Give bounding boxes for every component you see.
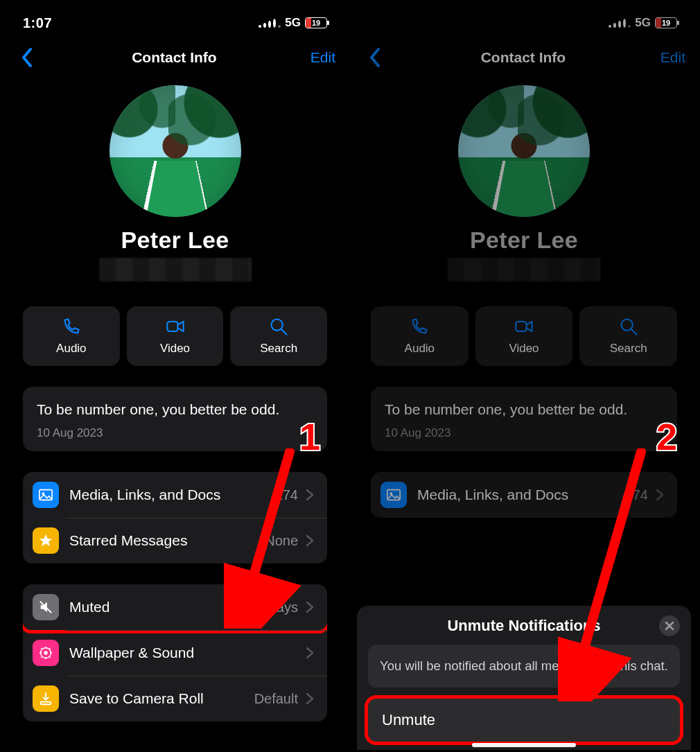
star-icon xyxy=(33,527,59,554)
action-row: Audio Video Search xyxy=(2,286,348,366)
contact-name: Peter Lee xyxy=(350,227,698,254)
avatar[interactable] xyxy=(110,85,241,217)
chevron-left-icon xyxy=(368,47,380,68)
page-title: Contact Info xyxy=(132,49,216,66)
network-type: 5G xyxy=(285,16,301,30)
nav-header: Contact Info Edit xyxy=(2,40,348,76)
edit-button[interactable]: Edit xyxy=(310,49,335,66)
search-button[interactable]: Search xyxy=(579,306,677,366)
chevron-right-icon xyxy=(305,692,317,705)
search-icon xyxy=(269,317,288,336)
unmute-button[interactable]: Unmute xyxy=(368,699,680,742)
battery-icon: 19 xyxy=(305,17,327,28)
battery-pct: 19 xyxy=(306,19,326,27)
row-save-camera-roll[interactable]: Save to Camera Roll Default xyxy=(23,676,327,722)
about-card[interactable]: To be number one, you better be odd. 10 … xyxy=(371,387,677,451)
avatar[interactable] xyxy=(458,85,590,217)
about-card[interactable]: To be number one, you better be odd. 10 … xyxy=(23,387,327,451)
chevron-right-icon xyxy=(655,489,667,501)
chevron-right-icon xyxy=(305,647,317,659)
chevron-right-icon xyxy=(305,489,317,501)
status-right: 5G 19 xyxy=(609,16,677,30)
photo-icon xyxy=(380,482,407,508)
status-bar: 5G 19 xyxy=(350,2,698,40)
action-sheet: Unmute Notifications You will be notifie… xyxy=(357,606,691,750)
contact-name: Peter Lee xyxy=(2,227,348,254)
search-label: Search xyxy=(260,342,297,356)
about-date: 10 Aug 2023 xyxy=(37,426,313,440)
page-title: Contact Info xyxy=(481,49,566,66)
row-value: 274 xyxy=(625,487,648,503)
row-label: Wallpaper & Sound xyxy=(69,645,298,661)
settings-group-1: Media, Links, and Docs 274 xyxy=(371,472,677,518)
phone-icon xyxy=(410,317,429,336)
svg-rect-0 xyxy=(167,322,177,331)
search-label: Search xyxy=(610,342,647,356)
row-starred-messages[interactable]: Starred Messages None xyxy=(23,518,327,563)
back-button[interactable] xyxy=(15,46,38,69)
phone-number-redacted xyxy=(99,258,252,281)
svg-rect-9 xyxy=(387,490,400,500)
row-value: None xyxy=(265,533,298,549)
settings-group-2: Muted Always Wallpaper & Sound Save to C… xyxy=(23,584,327,722)
download-icon xyxy=(33,685,59,712)
chevron-left-icon xyxy=(20,47,33,68)
video-call-button[interactable]: Video xyxy=(475,306,573,366)
mute-icon xyxy=(33,594,59,620)
chevron-right-icon xyxy=(305,601,317,613)
video-call-button[interactable]: Video xyxy=(127,306,224,366)
about-date: 10 Aug 2023 xyxy=(385,426,663,440)
settings-group-1: Media, Links, and Docs 274 Starred Messa… xyxy=(23,472,327,563)
profile-section: Peter Lee xyxy=(2,76,348,286)
about-text: To be number one, you better be odd. xyxy=(385,400,663,419)
home-indicator[interactable] xyxy=(472,743,576,747)
video-label: Video xyxy=(509,342,539,356)
wallpaper-icon xyxy=(33,640,59,666)
video-icon xyxy=(514,317,534,336)
edit-button[interactable]: Edit xyxy=(660,49,685,66)
svg-point-5 xyxy=(44,652,48,656)
phone-number-redacted xyxy=(448,258,600,281)
panel-1: 1:07 5G 19 Contact Info Edit Peter Lee xyxy=(0,0,350,752)
video-icon xyxy=(166,317,185,336)
status-bar: 1:07 5G 19 xyxy=(2,2,348,40)
action-row: Audio Video Search xyxy=(350,286,698,366)
close-button[interactable] xyxy=(659,615,680,636)
row-value: 274 xyxy=(275,487,298,503)
row-wallpaper-sound[interactable]: Wallpaper & Sound xyxy=(23,630,327,676)
chevron-right-icon xyxy=(305,534,317,547)
svg-rect-2 xyxy=(40,490,52,500)
close-icon xyxy=(665,621,674,631)
svg-rect-7 xyxy=(516,322,526,331)
battery-icon: 19 xyxy=(655,17,677,28)
search-button[interactable]: Search xyxy=(230,306,327,366)
row-label: Media, Links, and Docs xyxy=(417,487,617,503)
row-label: Media, Links, and Docs xyxy=(69,487,267,503)
search-icon xyxy=(619,317,638,336)
back-button[interactable] xyxy=(362,46,386,69)
photo-icon xyxy=(33,482,59,508)
profile-section: Peter Lee xyxy=(350,76,698,286)
sheet-message: You will be notified about all messages … xyxy=(368,645,680,688)
row-value: Default xyxy=(254,691,298,707)
status-time: 1:07 xyxy=(23,15,52,31)
audio-label: Audio xyxy=(405,342,435,356)
sheet-title: Unmute Notifications xyxy=(447,617,600,635)
row-muted[interactable]: Muted Always xyxy=(23,584,327,630)
battery-pct: 19 xyxy=(656,19,676,27)
svg-rect-6 xyxy=(41,702,51,705)
status-right: 5G 19 xyxy=(259,16,327,30)
cellular-signal-icon xyxy=(609,18,631,28)
row-label: Save to Camera Roll xyxy=(69,690,246,707)
row-value: Always xyxy=(254,600,298,615)
audio-call-button[interactable]: Audio xyxy=(23,306,120,366)
phone-icon xyxy=(62,317,81,336)
audio-call-button[interactable]: Audio xyxy=(371,306,469,366)
row-media-links-docs[interactable]: Media, Links, and Docs 274 xyxy=(371,472,677,518)
cellular-signal-icon xyxy=(259,18,281,28)
row-label: Muted xyxy=(69,599,246,615)
network-type: 5G xyxy=(635,16,651,30)
panel-2: 5G 19 Contact Info Edit Peter Lee xyxy=(350,0,700,752)
row-label: Starred Messages xyxy=(69,532,256,549)
row-media-links-docs[interactable]: Media, Links, and Docs 274 xyxy=(23,472,327,518)
